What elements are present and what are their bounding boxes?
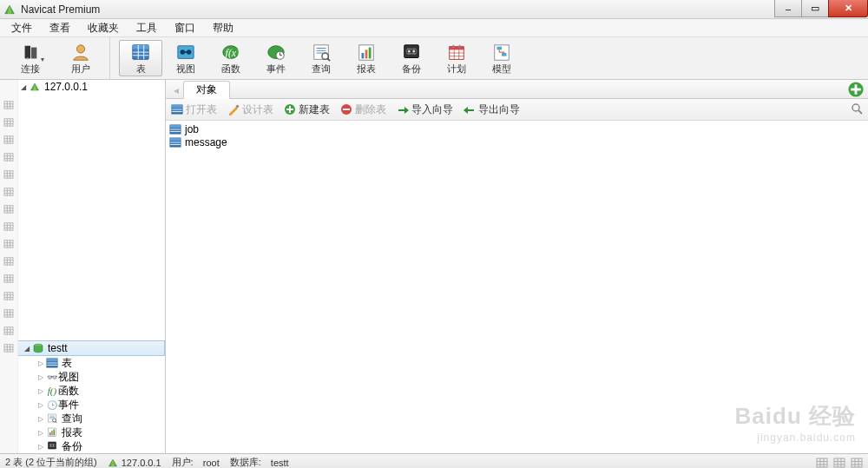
table-icon	[169, 137, 181, 148]
list-item[interactable]: message	[169, 135, 865, 148]
navicat-icon	[29, 82, 41, 92]
tb-table[interactable]: 表	[119, 40, 162, 76]
query-icon	[46, 413, 58, 424]
menu-window[interactable]: 窗口	[167, 19, 203, 37]
backup-icon	[46, 441, 58, 452]
tree-node-view[interactable]: 👓视图	[17, 370, 165, 384]
tree-node-report[interactable]: 报表	[17, 425, 165, 439]
minimize-button[interactable]: –	[774, 0, 802, 17]
titlebar: Navicat Premium – ▭ ✕	[0, 0, 868, 19]
status-host: 127.0.0.1	[108, 458, 161, 468]
action-import[interactable]: 导入向导	[397, 102, 453, 117]
menu-help[interactable]: 帮助	[205, 19, 241, 37]
function-icon: f()	[46, 386, 58, 396]
action-design[interactable]: 设计表	[227, 102, 273, 117]
menu-file[interactable]: 文件	[3, 19, 40, 37]
tb-model[interactable]: 模型	[480, 40, 523, 76]
app-icon	[3, 3, 16, 16]
report-icon	[46, 427, 58, 438]
tree-node-query[interactable]: 查询	[17, 412, 165, 425]
sidebar: 127.0.0.1 testt 表 👓视图 f()函数 🕒事件 查询 报表 备份…	[0, 80, 166, 453]
tab-objects[interactable]: 对象	[183, 81, 230, 99]
table-name: message	[185, 136, 227, 148]
status-count: 2 表 (2 位于当前的组)	[5, 456, 97, 468]
statusbar: 2 表 (2 位于当前的组) 127.0.0.1 用户: root 数据库: t…	[0, 453, 868, 468]
tabbar: ◂ 对象	[166, 80, 868, 99]
status-db: 数据库: testt	[230, 456, 289, 468]
tree-database[interactable]: testt	[17, 340, 165, 356]
tree-node-backup[interactable]: 备份	[17, 439, 165, 453]
database-icon	[32, 343, 44, 353]
tb-query[interactable]: 查询	[299, 40, 343, 76]
tb-connect[interactable]: 连接 ▾	[7, 40, 57, 76]
table-icon	[46, 358, 58, 368]
tree-connection[interactable]: 127.0.0.1	[17, 80, 165, 94]
action-open[interactable]: 打开表	[171, 102, 217, 117]
tree-node-event[interactable]: 🕒事件	[17, 398, 165, 412]
view-mode-detail-icon[interactable]	[851, 458, 863, 468]
connection-label: 127.0.0.1	[44, 81, 88, 93]
view-mode-grid-icon[interactable]	[816, 458, 828, 468]
sidebar-gutter	[0, 80, 18, 453]
tb-view[interactable]: 视图	[164, 40, 207, 76]
table-name: job	[185, 123, 199, 135]
menu-tools[interactable]: 工具	[128, 19, 165, 37]
tree-node-table[interactable]: 表	[17, 356, 165, 370]
menu-view[interactable]: 查看	[42, 19, 78, 37]
tree-node-function[interactable]: f()函数	[17, 384, 165, 398]
tb-schedule[interactable]: 计划	[435, 40, 478, 76]
tb-report[interactable]: 报表	[345, 40, 388, 76]
close-button[interactable]: ✕	[828, 0, 868, 17]
window-title: Navicat Premium	[21, 3, 100, 16]
toolbar: 连接 ▾ 用户 表 视图 函数 事件 查询 报表 备份 计划 模型	[0, 37, 868, 80]
table-icon	[169, 124, 181, 135]
view-mode-list-icon[interactable]	[833, 458, 845, 468]
tb-backup[interactable]: 备份	[390, 40, 433, 76]
tb-user[interactable]: 用户	[59, 40, 102, 76]
navicat-icon	[108, 458, 118, 468]
content: ◂ 对象 打开表 设计表 新建表 删除表 导入向导 导出向导 job messa…	[166, 80, 868, 453]
maximize-button[interactable]: ▭	[801, 0, 829, 17]
view-icon: 👓	[46, 372, 58, 382]
menubar: 文件 查看 收藏夹 工具 窗口 帮助	[0, 19, 868, 37]
table-list: job message	[166, 121, 868, 453]
tab-prev[interactable]: ◂	[169, 82, 183, 98]
status-user: 用户: root	[172, 456, 220, 468]
action-delete[interactable]: 删除表	[340, 102, 386, 117]
list-item[interactable]: job	[169, 122, 865, 135]
tb-event[interactable]: 事件	[254, 40, 298, 76]
action-export[interactable]: 导出向导	[464, 102, 520, 117]
database-label: testt	[48, 342, 68, 354]
action-new[interactable]: 新建表	[284, 102, 330, 117]
menu-fav[interactable]: 收藏夹	[80, 19, 127, 37]
event-icon: 🕒	[46, 400, 58, 410]
tb-function[interactable]: 函数	[209, 40, 253, 76]
actionbar: 打开表 设计表 新建表 删除表 导入向导 导出向导	[166, 99, 868, 121]
action-search[interactable]	[851, 102, 863, 117]
tab-new[interactable]	[847, 81, 868, 98]
